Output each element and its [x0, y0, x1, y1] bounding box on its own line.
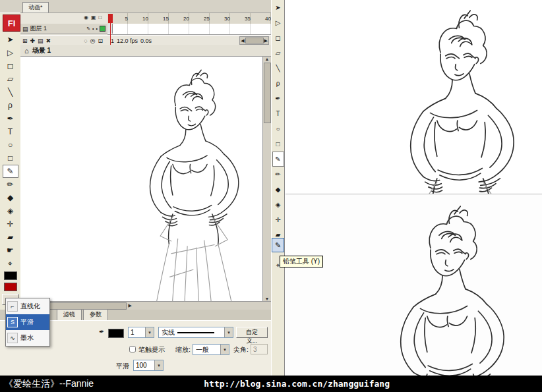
rectangle-tool-icon[interactable]: □ — [3, 152, 18, 165]
timeline-scrollbar[interactable]: ◀ ▶ — [239, 36, 269, 45]
layer-visible-dot[interactable]: • — [92, 26, 94, 31]
free-transform-tool-icon[interactable]: ◻ — [272, 30, 284, 45]
layer-outline-color[interactable] — [100, 26, 105, 32]
free-transform-tool-icon[interactable]: ◻ — [3, 59, 18, 72]
gradient-transform-tool-icon[interactable]: ▱ — [3, 72, 18, 86]
tab-filters[interactable]: 滤镜 — [57, 309, 82, 320]
frame-rate[interactable]: 12.0 fps — [117, 38, 138, 44]
home-icon[interactable]: ⌂ — [24, 47, 29, 55]
layer-icon: ▤ — [22, 26, 28, 32]
ink-bottle-tool-icon[interactable]: ◆ — [272, 182, 284, 197]
lasso-tool-icon[interactable]: ρ — [3, 99, 18, 112]
ink-bottle-tool-icon[interactable]: ◆ — [3, 191, 18, 204]
hand-tool-icon[interactable]: ☛ — [3, 244, 18, 257]
document-tab[interactable]: 动画* — [22, 2, 49, 13]
frame-number: 20 — [169, 16, 189, 22]
scale-label: 缩放: — [175, 345, 191, 354]
eyedropper-tool-icon[interactable]: ✛ — [272, 212, 284, 227]
frame-number: 15 — [148, 16, 169, 22]
frame-number: 10 — [128, 16, 148, 22]
current-frame: 1 — [111, 38, 114, 44]
onion-skin-button[interactable]: ◎ — [90, 38, 96, 44]
pencil-mode-menu: ⌐直线化S平滑∿墨水 — [5, 298, 50, 347]
eye-icon[interactable]: ◉ — [84, 14, 88, 20]
brush-tool-icon[interactable]: ✏ — [272, 167, 284, 182]
stroke-height-input[interactable] — [129, 329, 144, 336]
dropdown-icon[interactable]: ▾ — [154, 360, 163, 370]
dropdown-icon[interactable]: ▾ — [224, 327, 233, 337]
vertical-scroll-thumb[interactable] — [264, 63, 271, 123]
zoom-tool-icon[interactable]: ⌖ — [3, 257, 18, 270]
scroll-right-icon[interactable]: ▶ — [128, 303, 131, 308]
pencil-tool-icon[interactable]: ✎ — [3, 165, 18, 178]
frames-grid[interactable] — [107, 24, 271, 35]
eyedropper-tool-icon[interactable]: ✛ — [3, 217, 18, 231]
line-tool-icon[interactable]: ╲ — [272, 61, 284, 76]
text-tool-icon[interactable]: T — [272, 106, 284, 121]
text-tool-icon[interactable]: T — [3, 125, 18, 138]
brush-tool-icon[interactable]: ✏ — [3, 178, 18, 191]
smoothing-input[interactable] — [134, 362, 152, 369]
stroke-color-icon: ✒ — [99, 328, 104, 335]
stroke-height-combo[interactable]: ▾ — [128, 327, 154, 338]
subselection-tool-icon[interactable]: ▷ — [3, 46, 18, 59]
menu-item-smooth[interactable]: S平滑 — [6, 314, 49, 330]
playhead[interactable] — [108, 14, 113, 23]
scale-combo[interactable]: 一般 ▾ — [193, 344, 229, 355]
line-tool-icon[interactable]: ╲ — [3, 86, 18, 99]
oval-tool-icon[interactable]: ○ — [272, 121, 284, 136]
lock-icon[interactable]: ▣ — [91, 14, 96, 20]
pen-tool-icon[interactable]: ✒ — [272, 91, 284, 106]
dropdown-icon[interactable]: ▾ — [145, 327, 154, 337]
scroll-left-icon[interactable]: ◀ — [241, 38, 244, 43]
timeline-ruler[interactable]: 510152025303540 — [107, 13, 271, 24]
tab-parameters[interactable]: 参数 — [83, 309, 108, 320]
stroke-hinting-checkbox[interactable] — [129, 346, 136, 352]
insert-layer-button[interactable]: ⊞ — [22, 38, 28, 44]
rectangle-tool-icon[interactable]: □ — [272, 136, 284, 152]
timeline-scroll-thumb[interactable] — [245, 38, 264, 43]
pencil-tool-icon[interactable]: ✎ — [272, 152, 284, 167]
selection-tool-icon[interactable]: ➤ — [272, 0, 284, 15]
add-motion-guide-button[interactable]: ✚ — [30, 38, 36, 44]
paint-bucket-tool-icon[interactable]: ◈ — [272, 197, 284, 212]
pen-tool-icon[interactable]: ✒ — [3, 112, 18, 125]
fill-color-swatch[interactable] — [4, 283, 17, 291]
scroll-down-icon[interactable]: ▼ — [265, 296, 270, 301]
center-frame-button[interactable]: ◌ — [84, 38, 87, 44]
oval-tool-icon[interactable]: ○ — [3, 138, 18, 152]
dropdown-icon[interactable]: ▾ — [220, 345, 229, 354]
menu-item-straighten[interactable]: ⌐直线化 — [6, 298, 49, 314]
layer-name[interactable]: 图层 1 — [30, 24, 85, 33]
straighten-icon: ⌐ — [7, 301, 18, 312]
smoothing-combo[interactable]: ▾ — [133, 360, 164, 371]
custom-stroke-button[interactable]: 自定义... — [236, 327, 268, 338]
scroll-right-icon[interactable]: ▶ — [264, 38, 268, 43]
lasso-tool-icon[interactable]: ρ — [272, 76, 284, 91]
layer-lock-dot[interactable]: • — [96, 26, 98, 31]
selection-tool-icon[interactable]: ➤ — [3, 33, 18, 46]
stroke-style-combo[interactable]: 实线 ▾ — [158, 327, 233, 338]
scale-value: 一般 — [196, 345, 209, 354]
paint-bucket-tool-icon[interactable]: ◈ — [3, 204, 18, 217]
breadcrumb-scene[interactable]: 场景 1 — [32, 46, 51, 55]
stroke-color-swatch[interactable] — [4, 271, 17, 280]
frame-number: 35 — [230, 16, 251, 22]
eraser-tool-icon[interactable]: ▰ — [3, 231, 18, 244]
stage-canvas[interactable] — [20, 57, 262, 301]
onion-skin-outlines-button[interactable]: ⊡ — [98, 38, 103, 44]
gradient-transform-tool-icon[interactable]: ▱ — [272, 45, 284, 61]
scroll-up-icon[interactable]: ▲ — [265, 57, 270, 61]
layer-row[interactable]: ▤ 图层 1 ✎ • • — [20, 24, 107, 34]
outline-icon[interactable]: □ — [99, 14, 102, 20]
pencil-icon: ✎ — [275, 241, 281, 250]
vertical-scrollbar[interactable]: ▲ ▼ — [262, 57, 271, 301]
subselection-tool-icon[interactable]: ▷ — [272, 15, 284, 30]
delete-layer-button[interactable]: ✖ — [46, 38, 51, 44]
reference-image-bottom — [286, 194, 542, 376]
stroke-color-chip[interactable] — [108, 329, 124, 338]
pencil-tool-pressed[interactable]: ✎ — [272, 238, 284, 252]
stroke-hinting-label: 笔触提示 — [138, 345, 165, 354]
menu-item-ink[interactable]: ∿墨水 — [6, 330, 49, 346]
insert-layer-folder-button[interactable]: ▤ — [38, 38, 44, 44]
